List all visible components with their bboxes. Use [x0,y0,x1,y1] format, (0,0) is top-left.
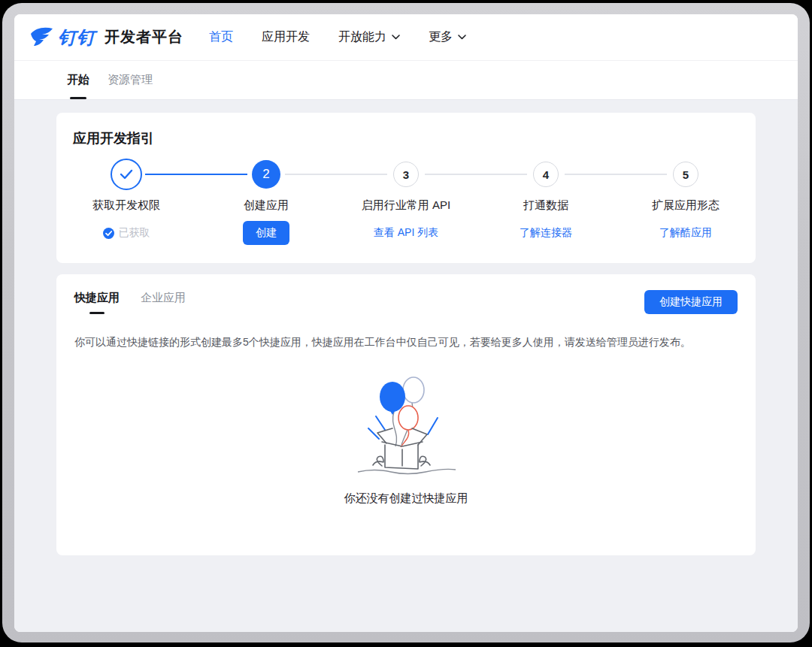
main-content: 应用开发指引 获取开发权限 [14,100,798,632]
step-connector [425,174,476,175]
step-label: 获取开发权限 [92,198,160,213]
step-status-text: 已获取 [119,226,150,240]
subtab-label: 资源管理 [108,73,153,87]
apps-tabs: 快捷应用 企业应用 [74,291,186,314]
create-app-button[interactable]: 创建 [243,221,289,245]
empty-state: 你还没有创建过快捷应用 [56,370,756,506]
nav-item-open-capability[interactable]: 开放能力 [338,29,400,45]
step-status: 已获取 [103,226,150,240]
learn-connector-link[interactable]: 了解连接器 [520,226,572,240]
check-icon [120,169,133,180]
guide-title: 应用开发指引 [56,129,756,147]
dingtalk-wing-icon [29,26,53,49]
apps-tab-label: 快捷应用 [74,291,120,305]
brand-product: 开发者平台 [105,27,183,47]
quick-app-description: 你可以通过快捷链接的形式创建最多5个快捷应用，快捷应用在工作台中仅自己可见，若要… [56,334,756,350]
nav-item-home[interactable]: 首页 [209,29,233,45]
nav-item-label: 开放能力 [338,29,386,45]
nav-item-label: 更多 [429,29,453,45]
chevron-down-icon [458,35,466,40]
step-enable-api: 3 启用行业常用 API 查看 API 列表 [336,158,476,245]
subtab-start[interactable]: 开始 [67,61,89,99]
view-api-list-link[interactable]: 查看 API 列表 [374,226,438,240]
step-connector [285,174,336,175]
active-tab-indicator [70,97,86,99]
step-circle: 3 [393,162,419,187]
step-connector [336,174,387,175]
step-connector [616,174,667,175]
step-connector [196,174,247,175]
gift-box-balloons-illustration [343,370,469,481]
top-nav: 首页 应用开发 开放能力 更多 [209,29,466,45]
tab-quick-apps[interactable]: 快捷应用 [74,291,120,314]
top-header: 钉钉 开发者平台 首页 应用开发 开放能力 更多 [14,14,798,61]
subtab-label: 开始 [67,73,89,87]
step-connector [476,174,527,175]
window-frame: 钉钉 开发者平台 首页 应用开发 开放能力 更多 [2,3,810,642]
step-connect-data: 4 打通数据 了解连接器 [476,158,616,245]
guide-stepper: 获取开发权限 已获取 [56,158,756,245]
subtab-resource-management[interactable]: 资源管理 [108,61,153,99]
create-quick-app-button[interactable]: 创建快捷应用 [644,290,738,314]
step-connector [145,174,196,175]
nav-item-label: 首页 [209,29,233,45]
nav-item-app-dev[interactable]: 应用开发 [262,29,310,45]
apps-card: 快捷应用 企业应用 创建快捷应用 你可以通过快捷链接的形式创建最多5个快捷应用，… [56,274,756,555]
sub-nav: 开始 资源管理 [14,61,798,100]
brand-name: 钉钉 [58,26,95,50]
empty-state-text: 你还没有创建过快捷应用 [344,491,468,506]
step-create-app: 2 创建应用 创建 [196,158,336,245]
nav-item-more[interactable]: 更多 [429,29,466,45]
tab-enterprise-apps[interactable]: 企业应用 [141,291,186,314]
apps-tab-label: 企业应用 [141,291,186,305]
step-connector [565,174,616,175]
step-label: 扩展应用形态 [652,198,720,213]
step-label: 启用行业常用 API [362,198,450,213]
screen: 钉钉 开发者平台 首页 应用开发 开放能力 更多 [14,14,798,632]
step-label: 创建应用 [244,198,289,213]
step-label: 打通数据 [523,198,568,213]
chevron-down-icon [392,35,400,40]
dev-guide-card: 应用开发指引 获取开发权限 [56,113,756,263]
step-circle: 5 [673,162,698,187]
step-current-circle: 2 [252,160,280,189]
step-extend-app: 5 扩展应用形态 了解酷应用 [616,158,756,245]
step-get-permission: 获取开发权限 已获取 [56,158,196,245]
nav-item-label: 应用开发 [262,29,310,45]
step-circle: 4 [533,162,559,187]
dingtalk-logo[interactable]: 钉钉 开发者平台 [29,26,183,50]
learn-cool-app-link[interactable]: 了解酷应用 [659,226,712,240]
check-circle-icon [103,228,114,239]
active-tab-indicator [89,312,105,314]
step-done-circle [111,159,142,190]
